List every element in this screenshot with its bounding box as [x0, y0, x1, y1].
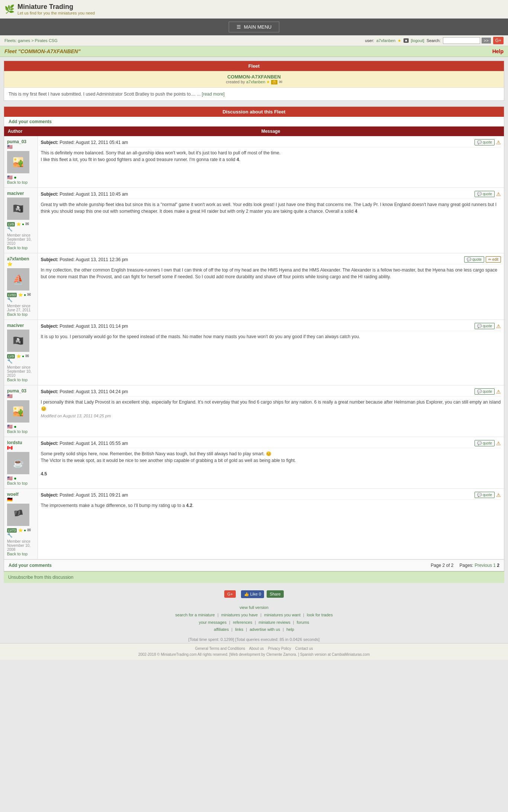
- author-cell: lordstu🇨🇦☕🇺🇸 ●Back to top: [4, 437, 38, 489]
- message-actions: 💬 quote⚠: [475, 388, 501, 395]
- warning-icon[interactable]: ⚠: [496, 139, 501, 145]
- help-footer-link[interactable]: help: [286, 627, 294, 632]
- search-miniature-link[interactable]: search for a miniature: [175, 613, 215, 617]
- your-messages-link[interactable]: your messages: [199, 620, 227, 625]
- back-to-top-link[interactable]: Back to top: [7, 378, 35, 382]
- username-link[interactable]: a7xfanben: [376, 38, 395, 43]
- add-comments-bottom-link[interactable]: Add your comments: [9, 563, 52, 568]
- subject-posted: Subject: Posted: August 12, 2011 05:41 a…: [41, 140, 128, 145]
- author-name[interactable]: puma_03: [7, 139, 35, 144]
- quote-button[interactable]: 💬 quote: [475, 139, 495, 145]
- miniatures-you-want-link[interactable]: miniatures you want: [264, 613, 300, 617]
- back-to-top-link[interactable]: Back to top: [7, 429, 35, 434]
- main-menu-button[interactable]: ☰ MAIN MENU: [229, 22, 279, 32]
- author-flag: 🇩🇪: [7, 497, 35, 502]
- search-input[interactable]: [443, 37, 480, 44]
- site-tagline: Let us find for you the miniatures you n…: [17, 11, 95, 15]
- privacy-link[interactable]: Privacy Policy: [268, 646, 291, 651]
- breadcrumb-link[interactable]: Fleets: games > Pirates CSG: [4, 38, 58, 43]
- author-cell: puma_03🇺🇸🏜️🇺🇸 ●Back to top: [4, 385, 38, 437]
- google-plus-button[interactable]: G+: [493, 37, 504, 44]
- warning-icon[interactable]: ⚠: [496, 191, 501, 197]
- social-bar: G+ 👍 Like 0 Share: [0, 587, 508, 602]
- author-cell: a7xfanben⭐⛵LV93 ⭐ ● ✉ 🔧Member since June…: [4, 253, 38, 320]
- spanish-site-link[interactable]: CambiaMiniaturas.com: [332, 652, 370, 657]
- help-link[interactable]: Help: [492, 48, 504, 54]
- author-flag: 🇨🇦: [7, 445, 35, 450]
- google-plus-share-button[interactable]: G+: [224, 590, 236, 598]
- fleet-description: This is my first fleet I have submitted.…: [4, 88, 504, 100]
- terms-link[interactable]: General Terms and Conditions: [195, 646, 245, 651]
- miniatures-you-have-link[interactable]: miniatures you have: [221, 613, 258, 617]
- add-comments-top-link[interactable]: Add your comments: [4, 117, 504, 126]
- author-name[interactable]: maciver: [7, 191, 35, 196]
- message-cell: Subject: Posted: August 13, 2011 10:45 a…: [38, 188, 504, 253]
- unsubscribe-link[interactable]: Unsubscribe from this discussion: [8, 575, 73, 580]
- message-header: Subject: Posted: August 13, 2011 01:14 p…: [41, 323, 501, 331]
- prev-page-link[interactable]: Previous: [475, 563, 492, 568]
- quote-button[interactable]: 💬 quote: [475, 388, 495, 395]
- author-flag: 🇺🇸: [7, 394, 35, 399]
- page-title-bar: Fleet "COMMON-A7XFANBEN" Help: [0, 46, 508, 57]
- quote-button[interactable]: 💬 quote: [475, 191, 495, 197]
- advertise-link[interactable]: advertise with us: [250, 627, 280, 632]
- author-name[interactable]: lordstu: [7, 440, 35, 445]
- warning-icon[interactable]: ⚠: [496, 440, 501, 446]
- links-link[interactable]: links: [235, 627, 243, 632]
- quote-button[interactable]: 💬 quote: [464, 256, 484, 263]
- look-for-trades-link[interactable]: look for trades: [307, 613, 333, 617]
- developer-link[interactable]: Clemente Zamora.: [266, 652, 297, 657]
- message-actions: 💬 quote⚠: [475, 139, 501, 145]
- author-flag: ⭐: [7, 261, 35, 267]
- references-link[interactable]: references: [233, 620, 252, 625]
- page-1-link[interactable]: 1: [493, 563, 496, 568]
- author-name[interactable]: maciver: [7, 323, 35, 328]
- about-link[interactable]: About us: [249, 646, 264, 651]
- edit-button[interactable]: ✏ edit: [486, 256, 501, 263]
- back-to-top-link[interactable]: Back to top: [7, 180, 35, 184]
- affiliates-link[interactable]: affiliates: [214, 627, 229, 632]
- read-more-link[interactable]: [read more]: [202, 92, 225, 97]
- back-to-top-link[interactable]: Back to top: [7, 481, 35, 485]
- facebook-like-button[interactable]: 👍 Like 0: [241, 590, 264, 598]
- back-to-top-link[interactable]: Back to top: [7, 245, 35, 250]
- forums-link[interactable]: forums: [297, 620, 309, 625]
- miniature-reviews-link[interactable]: miniature reviews: [258, 620, 290, 625]
- page-info: Page 2 of 2: [431, 563, 453, 568]
- author-avatar: 🏜️: [7, 400, 29, 423]
- back-to-top-link[interactable]: Back to top: [7, 312, 35, 317]
- unsubscribe-bar: Unsubscribe from this discussion: [4, 571, 504, 583]
- message-body: Some pretty solid ships here, now. Remem…: [41, 450, 501, 477]
- quote-button[interactable]: 💬 quote: [475, 440, 495, 446]
- footer-links: view full version search for a miniature…: [0, 602, 508, 636]
- facebook-share-button[interactable]: Share: [267, 590, 283, 598]
- warning-icon[interactable]: ⚠: [496, 389, 501, 395]
- message-body: The improvements make a huge difference,…: [41, 502, 501, 509]
- creator-star-icon: ★: [266, 80, 270, 84]
- author-name[interactable]: a7xfanben: [7, 256, 35, 261]
- breadcrumb-bar: Fleets: games > Pirates CSG user: a7xfan…: [0, 35, 508, 46]
- logout-link[interactable]: [logout]: [411, 38, 424, 43]
- table-row: a7xfanben⭐⛵LV93 ⭐ ● ✉ 🔧Member since June…: [4, 253, 504, 320]
- quote-button[interactable]: 💬 quote: [475, 323, 495, 329]
- creator-link[interactable]: a7xfanben: [246, 80, 265, 84]
- warning-icon[interactable]: ⚠: [496, 492, 501, 498]
- pages-label: Pages:: [460, 563, 473, 568]
- author-name[interactable]: puma_03: [7, 388, 35, 394]
- user-badge: ■: [403, 38, 408, 43]
- back-to-top-link[interactable]: Back to top: [7, 552, 35, 556]
- view-full-link[interactable]: view full version: [239, 605, 269, 610]
- message-body: This is definitely more balanced. Sorry …: [41, 150, 501, 163]
- author-name[interactable]: woelf: [7, 492, 35, 497]
- author-avatar: 🏴‍☠️: [7, 330, 29, 352]
- main-menu-label: MAIN MENU: [244, 24, 271, 30]
- author-level-badge: LV9 ⭐ ● ✉ 🔧: [7, 353, 35, 364]
- quote-button[interactable]: 💬 quote: [475, 492, 495, 498]
- search-button[interactable]: >>: [482, 38, 491, 44]
- author-icons: 🇺🇸 ●: [7, 476, 35, 481]
- contact-link[interactable]: Contact us: [295, 646, 313, 651]
- subject-posted: Subject: Posted: August 14, 2011 05:55 a…: [41, 441, 128, 446]
- warning-icon[interactable]: ⚠: [496, 323, 501, 329]
- table-row: maciver🏴‍☠️LV9 ⭐ ● ✉ 🔧Member since Septe…: [4, 188, 504, 253]
- message-header: Subject: Posted: August 15, 2011 09:21 a…: [41, 492, 501, 500]
